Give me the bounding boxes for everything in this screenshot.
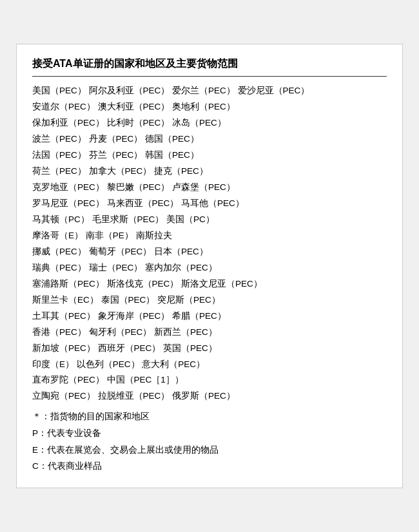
legend-line: E：代表在展览会、交易会上展出或使用的物品 <box>32 442 387 459</box>
content-line: 克罗地亚（PEC） 黎巴嫩（PEC） 卢森堡（PEC） <box>32 180 387 196</box>
content-line: 罗马尼亚（PEC） 马来西亚（PEC） 马耳他（PEC） <box>32 196 387 212</box>
legend-line: P：代表专业设备 <box>32 425 387 442</box>
content-line: 直布罗陀（PEC） 中国（PEC［1］） <box>32 372 387 388</box>
content-line: 马其顿（PC） 毛里求斯（PEC） 美国（PC） <box>32 212 387 228</box>
content-line: 立陶宛（PEC） 拉脱维亚（PEC） 俄罗斯（PEC） <box>32 388 387 404</box>
content-line: 安道尔（PEC） 澳大利亚（PEC） 奥地利（PEC） <box>32 99 387 115</box>
legend-section: ＊：指货物的目的国家和地区P：代表专业设备E：代表在展览会、交易会上展出或使用的… <box>32 408 387 475</box>
content-line: 印度（E） 以色列（PEC） 意大利（PEC） <box>32 357 387 373</box>
content-line: 挪威（PEC） 葡萄牙（PEC） 日本（PEC） <box>32 244 387 260</box>
main-card: 接受ATA单证册的国家和地区及主要货物范围 美国（PEC） 阿尔及利亚（PEC）… <box>16 44 403 488</box>
content-line: 瑞典（PEC） 瑞士（PEC） 塞内加尔（PEC） <box>32 260 387 276</box>
content-line: 美国（PEC） 阿尔及利亚（PEC） 爱尔兰（PEC） 爱沙尼亚（PEC） <box>32 83 387 99</box>
content-area: 美国（PEC） 阿尔及利亚（PEC） 爱尔兰（PEC） 爱沙尼亚（PEC）安道尔… <box>32 83 387 404</box>
legend-line: C：代表商业样品 <box>32 458 387 475</box>
content-line: 荷兰（PEC） 加拿大（PEC） 捷克（PEC） <box>32 164 387 180</box>
content-line: 法国（PEC） 芬兰（PEC） 韩国（PEC） <box>32 147 387 164</box>
card-title: 接受ATA单证册的国家和地区及主要货物范围 <box>32 57 387 77</box>
legend-line: ＊：指货物的目的国家和地区 <box>32 408 387 425</box>
content-line: 波兰（PEC） 丹麦（PEC） 德国（PEC） <box>32 131 387 147</box>
content-line: 斯里兰卡（EC） 泰国（PEC） 突尼斯（PEC） <box>32 292 387 309</box>
content-line: 保加利亚（PEC） 比利时（PEC） 冰岛（PEC） <box>32 115 387 131</box>
content-line: 摩洛哥（E） 南非（PE） 南斯拉夫 <box>32 228 387 244</box>
content-line: 土耳其（PEC） 象牙海岸（PEC） 希腊（PEC） <box>32 309 387 325</box>
content-line: 新加坡（PEC） 西班牙（PEC） 英国（PEC） <box>32 341 387 357</box>
content-line: 塞浦路斯（PEC） 斯洛伐克（PEC） 斯洛文尼亚（PEC） <box>32 276 387 292</box>
content-line: 香港（PEC） 匈牙利（PEC） 新西兰（PEC） <box>32 325 387 341</box>
